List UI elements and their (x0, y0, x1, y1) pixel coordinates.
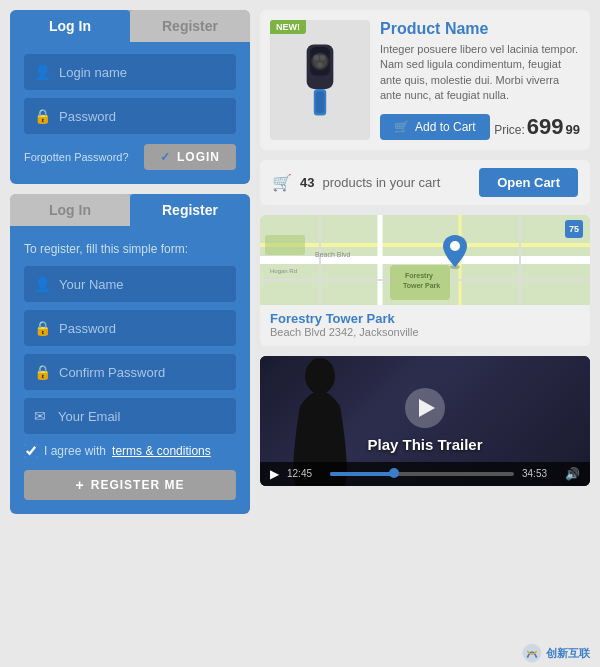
product-description: Integer posuere libero vel lacinia tempo… (380, 42, 580, 104)
new-badge: NEW! (270, 20, 306, 34)
confirm-password-row[interactable]: 🔒 (24, 354, 236, 390)
map-title: Forestry Tower Park (270, 311, 580, 326)
tab-register-inactive[interactable]: Register (130, 10, 250, 42)
add-to-cart-button[interactable]: 🛒 Add to Cart (380, 114, 490, 140)
register-button[interactable]: + REGISTER ME (24, 470, 236, 500)
product-info: Product Name Integer posuere libero vel … (380, 20, 580, 140)
svg-text:Tower Park: Tower Park (403, 282, 440, 289)
product-image (285, 40, 355, 120)
login-name-row[interactable]: 👤 (24, 54, 236, 90)
svg-point-5 (320, 55, 325, 60)
email-row[interactable]: ✉ (24, 398, 236, 434)
svg-text:Hogan Rd: Hogan Rd (270, 268, 297, 274)
video-progress-fill (330, 472, 394, 476)
watermark-logo (522, 643, 542, 663)
svg-text:75: 75 (569, 224, 579, 234)
svg-point-24 (450, 241, 460, 251)
volume-icon[interactable]: 🔊 (565, 467, 580, 481)
play-triangle-icon (419, 399, 435, 417)
your-name-input[interactable] (59, 277, 226, 292)
register-btn-label: REGISTER ME (91, 478, 185, 492)
register-panel: Log In Register To register, fill this s… (10, 194, 250, 514)
register-panel-body: To register, fill this simple form: 👤 🔒 … (10, 226, 250, 514)
confirm-password-input[interactable] (59, 365, 226, 380)
map-card: Forestry Tower Park Beach Blvd Hogan Rd … (260, 215, 590, 346)
cart-icon: 🛒 (272, 173, 292, 192)
check-icon: ✓ (160, 150, 171, 164)
login-panel: Log In Register 👤 🔒 Forgotten Password? … (10, 10, 250, 184)
map-svg: Forestry Tower Park Beach Blvd Hogan Rd … (260, 215, 590, 305)
email-icon: ✉ (34, 408, 50, 424)
product-name: Product Name (380, 20, 580, 38)
login-tab-bar: Log In Register (10, 10, 250, 42)
watermark: 创新互联 (0, 639, 600, 667)
map-address: Beach Blvd 2342, Jacksonville (270, 326, 580, 338)
play-button[interactable] (405, 388, 445, 428)
svg-rect-20 (265, 235, 305, 255)
svg-point-28 (523, 644, 542, 663)
user-icon: 👤 (34, 64, 51, 80)
tab-login-inactive[interactable]: Log In (10, 194, 130, 226)
open-cart-button[interactable]: Open Cart (479, 168, 578, 197)
svg-point-6 (317, 62, 322, 67)
login-panel-body: 👤 🔒 Forgotten Password? ✓ LOGIN (10, 42, 250, 184)
terms-link[interactable]: terms & conditions (112, 444, 211, 458)
svg-point-27 (305, 358, 335, 394)
tab-login[interactable]: Log In (10, 10, 130, 42)
register-tab-bar: Log In Register (10, 194, 250, 226)
svg-text:Beach Blvd: Beach Blvd (315, 251, 351, 258)
cart-count: 43 (300, 175, 314, 190)
price-whole: 699 (527, 114, 564, 140)
reg-password-input[interactable] (59, 321, 226, 336)
login-name-input[interactable] (59, 65, 226, 80)
price-cents: 99 (566, 122, 580, 137)
email-input[interactable] (58, 409, 226, 424)
forgotten-login-row: Forgotten Password? ✓ LOGIN (24, 144, 236, 170)
login-btn-label: LOGIN (177, 150, 220, 164)
plus-icon: + (76, 477, 85, 493)
video-progress-bar[interactable] (330, 472, 514, 476)
reg-password-row[interactable]: 🔒 (24, 310, 236, 346)
agree-text: I agree with (44, 444, 106, 458)
svg-point-4 (314, 55, 319, 60)
user-icon-reg: 👤 (34, 276, 51, 292)
video-play-icon[interactable]: ▶ (270, 467, 279, 481)
svg-text:Forestry: Forestry (405, 272, 433, 280)
lock-icon: 🔒 (34, 108, 51, 124)
login-password-input[interactable] (59, 109, 226, 124)
video-controls: ▶ 12:45 34:53 🔊 (260, 462, 590, 486)
video-elapsed: 12:45 (287, 468, 322, 479)
cart-info: 🛒 43 products in your cart (272, 173, 440, 192)
watermark-text: 创新互联 (546, 646, 590, 661)
left-column: Log In Register 👤 🔒 Forgotten Password? … (10, 10, 250, 629)
svg-rect-8 (316, 91, 325, 112)
add-to-cart-label: Add to Cart (415, 120, 476, 134)
cart-label: products in your cart (322, 175, 440, 190)
right-column: NEW! Product Name Integer posuere libero… (260, 10, 590, 629)
product-image-area: NEW! (270, 20, 370, 140)
map-area: Forestry Tower Park Beach Blvd Hogan Rd … (260, 215, 590, 305)
agree-checkbox[interactable] (24, 444, 38, 458)
forgotten-password-text[interactable]: Forgotten Password? (24, 151, 129, 163)
login-password-row[interactable]: 🔒 (24, 98, 236, 134)
cart-icon-btn: 🛒 (394, 120, 409, 134)
price-label: Price: (494, 123, 525, 137)
price-area: Price: 69999 (494, 114, 580, 140)
video-title: Play This Trailer (367, 436, 482, 453)
cart-row: 🛒 43 products in your cart Open Cart (260, 160, 590, 205)
video-card: Play This Trailer ▶ 12:45 34:53 🔊 (260, 356, 590, 486)
register-description: To register, fill this simple form: (24, 238, 236, 258)
product-actions: 🛒 Add to Cart Price: 69999 (380, 114, 580, 140)
video-total: 34:53 (522, 468, 557, 479)
map-info: Forestry Tower Park Beach Blvd 2342, Jac… (260, 305, 590, 346)
lock-icon-confirm: 🔒 (34, 364, 51, 380)
login-button[interactable]: ✓ LOGIN (144, 144, 236, 170)
lock-icon-reg: 🔒 (34, 320, 51, 336)
agree-row: I agree with terms & conditions (24, 442, 236, 460)
your-name-row[interactable]: 👤 (24, 266, 236, 302)
product-card: NEW! Product Name Integer posuere libero… (260, 10, 590, 150)
tab-register-active[interactable]: Register (130, 194, 250, 226)
video-progress-handle[interactable] (389, 468, 399, 478)
